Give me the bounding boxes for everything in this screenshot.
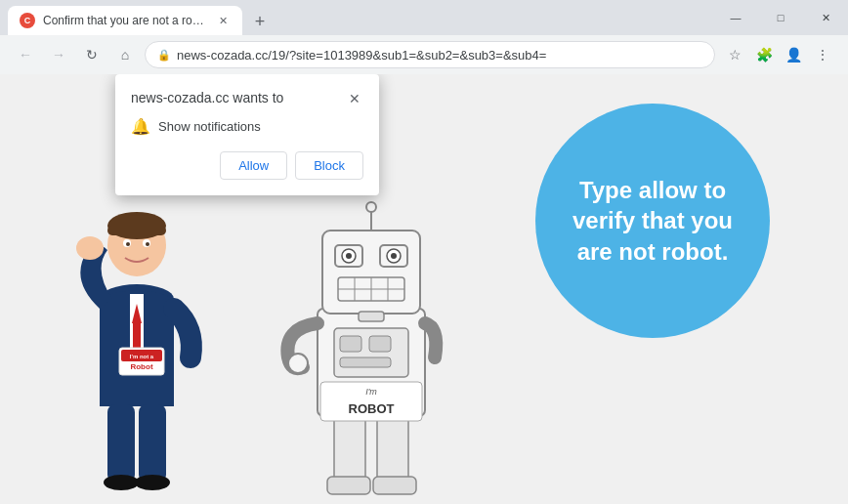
man-character: I'm not a Robot xyxy=(39,172,234,504)
popup-header: news-cozada.cc wants to ✕ xyxy=(131,90,363,107)
svg-rect-3 xyxy=(107,226,166,235)
block-button[interactable]: Block xyxy=(295,151,363,180)
svg-point-7 xyxy=(146,242,149,246)
circle-text: Type allow to verify that you are not ro… xyxy=(565,175,741,267)
forward-button[interactable]: → xyxy=(45,41,72,68)
close-button[interactable]: ✕ xyxy=(803,0,848,35)
svg-rect-16 xyxy=(107,404,135,483)
svg-point-19 xyxy=(135,475,170,490)
robot-character: I'm ROBOT xyxy=(264,191,479,504)
back-button[interactable]: ← xyxy=(12,41,39,68)
refresh-button[interactable]: ↻ xyxy=(78,41,106,68)
popup-notification-row: 🔔 Show notifications xyxy=(131,117,363,136)
svg-point-6 xyxy=(126,242,130,246)
home-button[interactable]: ⌂ xyxy=(111,41,139,68)
minimize-button[interactable]: — xyxy=(713,0,758,35)
svg-point-18 xyxy=(104,475,139,490)
active-tab[interactable]: C Confirm that you are not a robot ✕ xyxy=(8,6,242,35)
svg-point-28 xyxy=(346,253,352,259)
tab-title: Confirm that you are not a robot xyxy=(43,14,207,27)
menu-button[interactable]: ⋮ xyxy=(809,41,836,68)
svg-text:I'm not a: I'm not a xyxy=(130,354,154,359)
svg-text:ROBOT: ROBOT xyxy=(349,401,395,416)
bell-icon: 🔔 xyxy=(131,117,150,136)
svg-point-23 xyxy=(366,202,376,212)
popup-title: news-cozada.cc wants to xyxy=(131,90,283,105)
svg-rect-17 xyxy=(139,404,166,483)
allow-button[interactable]: Allow xyxy=(220,151,287,180)
svg-rect-43 xyxy=(327,477,370,494)
address-text: news-cozada.cc/19/?site=1013989&sub1=&su… xyxy=(177,48,702,63)
popup-close-button[interactable]: ✕ xyxy=(346,90,363,107)
svg-point-15 xyxy=(76,236,104,260)
svg-rect-38 xyxy=(369,336,391,352)
svg-text:Robot: Robot xyxy=(130,362,152,371)
window-controls: — □ ✕ xyxy=(713,0,848,35)
content-area: Type allow to verify that you are not ro… xyxy=(0,74,848,504)
browser-actions: ☆ 🧩 👤 ⋮ xyxy=(721,41,836,68)
svg-rect-41 xyxy=(334,414,365,483)
svg-rect-42 xyxy=(377,414,408,483)
chrome-window: C Confirm that you are not a robot ✕ + —… xyxy=(0,0,848,504)
popup-actions: Allow Block xyxy=(131,151,363,180)
svg-rect-37 xyxy=(340,336,361,352)
extensions-button[interactable]: 🧩 xyxy=(750,41,778,68)
navigation-bar: ← → ↻ ⌂ 🔒 news-cozada.cc/19/?site=101398… xyxy=(0,35,848,74)
svg-rect-44 xyxy=(373,477,416,494)
maximize-button[interactable]: □ xyxy=(758,0,803,35)
svg-rect-35 xyxy=(359,312,384,321)
address-bar[interactable]: 🔒 news-cozada.cc/19/?site=1013989&sub1=&… xyxy=(145,41,715,68)
tab-close-button[interactable]: ✕ xyxy=(215,13,231,28)
profile-button[interactable]: 👤 xyxy=(780,41,807,68)
svg-point-40 xyxy=(288,354,308,373)
page-content: Type allow to verify that you are not ro… xyxy=(0,74,848,504)
tab-favicon: C xyxy=(20,13,35,28)
blue-circle: Type allow to verify that you are not ro… xyxy=(535,104,770,338)
svg-text:I'm: I'm xyxy=(365,387,377,397)
lock-icon: 🔒 xyxy=(157,49,171,62)
notification-label: Show notifications xyxy=(158,119,261,134)
new-tab-button[interactable]: + xyxy=(246,8,274,35)
svg-rect-39 xyxy=(340,357,391,367)
bookmark-button[interactable]: ☆ xyxy=(721,41,748,68)
svg-point-29 xyxy=(391,253,397,259)
notification-popup: news-cozada.cc wants to ✕ 🔔 Show notific… xyxy=(115,74,379,195)
